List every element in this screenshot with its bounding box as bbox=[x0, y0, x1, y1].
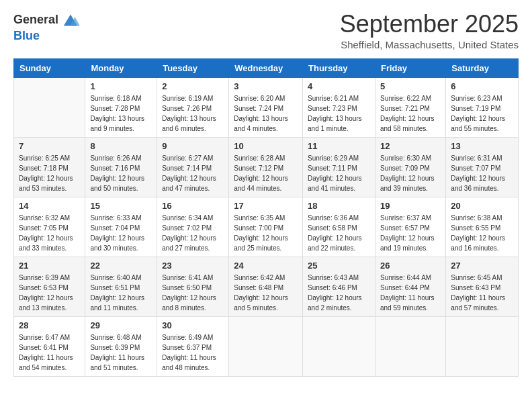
day-number: 14 bbox=[19, 201, 80, 211]
calendar-week-row: 21Sunrise: 6:39 AMSunset: 6:53 PMDayligh… bbox=[14, 257, 519, 316]
title-area: September 2025 Sheffield, Massachusetts,… bbox=[340, 11, 519, 50]
weekday-header-thursday: Thursday bbox=[303, 58, 375, 77]
day-info: Sunrise: 6:18 AMSunset: 7:28 PMDaylight:… bbox=[90, 93, 152, 134]
calendar-day-cell: 5Sunrise: 6:22 AMSunset: 7:21 PMDaylight… bbox=[375, 77, 445, 137]
day-number: 13 bbox=[451, 141, 513, 151]
calendar-day-cell: 17Sunrise: 6:35 AMSunset: 7:00 PMDayligh… bbox=[229, 197, 303, 257]
day-info: Sunrise: 6:22 AMSunset: 7:21 PMDaylight:… bbox=[380, 93, 441, 134]
calendar-day-cell: 7Sunrise: 6:25 AMSunset: 7:18 PMDaylight… bbox=[14, 137, 85, 197]
calendar-day-cell: 23Sunrise: 6:41 AMSunset: 6:50 PMDayligh… bbox=[157, 257, 229, 316]
day-number: 17 bbox=[234, 201, 298, 211]
calendar-week-row: 7Sunrise: 6:25 AMSunset: 7:18 PMDaylight… bbox=[14, 137, 519, 197]
calendar-day-cell: 3Sunrise: 6:20 AMSunset: 7:24 PMDaylight… bbox=[229, 77, 303, 137]
day-info: Sunrise: 6:38 AMSunset: 6:55 PMDaylight:… bbox=[451, 213, 513, 253]
day-number: 30 bbox=[162, 320, 224, 330]
day-info: Sunrise: 6:34 AMSunset: 7:02 PMDaylight:… bbox=[162, 213, 224, 253]
logo: General Blue bbox=[13, 11, 80, 43]
day-number: 12 bbox=[380, 141, 441, 151]
day-info: Sunrise: 6:39 AMSunset: 6:53 PMDaylight:… bbox=[19, 273, 80, 313]
day-number: 16 bbox=[162, 201, 224, 211]
weekday-header-saturday: Saturday bbox=[446, 58, 519, 77]
page-header: General Blue September 2025 Sheffield, M… bbox=[13, 11, 519, 50]
day-info: Sunrise: 6:33 AMSunset: 7:04 PMDaylight:… bbox=[90, 213, 152, 253]
day-info: Sunrise: 6:41 AMSunset: 6:50 PMDaylight:… bbox=[162, 273, 224, 313]
day-info: Sunrise: 6:40 AMSunset: 6:51 PMDaylight:… bbox=[90, 273, 152, 313]
weekday-header-tuesday: Tuesday bbox=[157, 58, 229, 77]
day-number: 29 bbox=[90, 320, 152, 330]
calendar-day-cell: 16Sunrise: 6:34 AMSunset: 7:02 PMDayligh… bbox=[157, 197, 229, 257]
day-info: Sunrise: 6:32 AMSunset: 7:05 PMDaylight:… bbox=[19, 213, 80, 253]
calendar-day-cell: 28Sunrise: 6:47 AMSunset: 6:41 PMDayligh… bbox=[14, 316, 85, 376]
day-number: 11 bbox=[308, 141, 370, 151]
day-info: Sunrise: 6:36 AMSunset: 6:58 PMDaylight:… bbox=[308, 213, 370, 253]
calendar-week-row: 28Sunrise: 6:47 AMSunset: 6:41 PMDayligh… bbox=[14, 316, 519, 376]
calendar-day-cell: 29Sunrise: 6:48 AMSunset: 6:39 PMDayligh… bbox=[85, 316, 157, 376]
calendar-day-cell: 22Sunrise: 6:40 AMSunset: 6:51 PMDayligh… bbox=[85, 257, 157, 316]
weekday-header-friday: Friday bbox=[375, 58, 445, 77]
calendar-day-cell bbox=[303, 316, 375, 376]
day-number: 26 bbox=[380, 261, 441, 271]
day-number: 6 bbox=[451, 81, 513, 91]
day-info: Sunrise: 6:45 AMSunset: 6:43 PMDaylight:… bbox=[451, 273, 513, 313]
month-title: September 2025 bbox=[340, 11, 519, 38]
day-number: 1 bbox=[90, 81, 152, 91]
calendar-day-cell: 27Sunrise: 6:45 AMSunset: 6:43 PMDayligh… bbox=[446, 257, 519, 316]
day-number: 8 bbox=[90, 141, 152, 151]
calendar-day-cell: 13Sunrise: 6:31 AMSunset: 7:07 PMDayligh… bbox=[446, 137, 519, 197]
weekday-header-wednesday: Wednesday bbox=[229, 58, 303, 77]
calendar-day-cell: 2Sunrise: 6:19 AMSunset: 7:26 PMDaylight… bbox=[157, 77, 229, 137]
day-number: 10 bbox=[234, 141, 298, 151]
day-number: 19 bbox=[380, 201, 441, 211]
day-info: Sunrise: 6:25 AMSunset: 7:18 PMDaylight:… bbox=[19, 153, 80, 193]
day-number: 22 bbox=[90, 261, 152, 271]
day-info: Sunrise: 6:35 AMSunset: 7:00 PMDaylight:… bbox=[234, 213, 298, 253]
day-number: 5 bbox=[380, 81, 441, 91]
day-info: Sunrise: 6:29 AMSunset: 7:11 PMDaylight:… bbox=[308, 153, 370, 193]
calendar-day-cell: 20Sunrise: 6:38 AMSunset: 6:55 PMDayligh… bbox=[446, 197, 519, 257]
day-number: 23 bbox=[162, 261, 224, 271]
day-number: 7 bbox=[19, 141, 80, 151]
calendar-day-cell bbox=[375, 316, 445, 376]
calendar-day-cell: 26Sunrise: 6:44 AMSunset: 6:44 PMDayligh… bbox=[375, 257, 445, 316]
calendar-day-cell: 10Sunrise: 6:28 AMSunset: 7:12 PMDayligh… bbox=[229, 137, 303, 197]
weekday-header-sunday: Sunday bbox=[14, 58, 85, 77]
day-info: Sunrise: 6:20 AMSunset: 7:24 PMDaylight:… bbox=[234, 93, 298, 134]
day-number: 18 bbox=[308, 201, 370, 211]
logo-general-text: General bbox=[13, 13, 58, 27]
calendar-day-cell: 11Sunrise: 6:29 AMSunset: 7:11 PMDayligh… bbox=[303, 137, 375, 197]
day-info: Sunrise: 6:49 AMSunset: 6:37 PMDaylight:… bbox=[162, 332, 224, 373]
day-info: Sunrise: 6:21 AMSunset: 7:23 PMDaylight:… bbox=[308, 93, 370, 134]
calendar-day-cell: 1Sunrise: 6:18 AMSunset: 7:28 PMDaylight… bbox=[85, 77, 157, 137]
day-info: Sunrise: 6:23 AMSunset: 7:19 PMDaylight:… bbox=[451, 93, 513, 134]
day-info: Sunrise: 6:19 AMSunset: 7:26 PMDaylight:… bbox=[162, 93, 224, 134]
day-info: Sunrise: 6:48 AMSunset: 6:39 PMDaylight:… bbox=[90, 332, 152, 373]
calendar-day-cell: 12Sunrise: 6:30 AMSunset: 7:09 PMDayligh… bbox=[375, 137, 445, 197]
day-number: 9 bbox=[162, 141, 224, 151]
calendar-day-cell: 14Sunrise: 6:32 AMSunset: 7:05 PMDayligh… bbox=[14, 197, 85, 257]
calendar-day-cell: 21Sunrise: 6:39 AMSunset: 6:53 PMDayligh… bbox=[14, 257, 85, 316]
calendar-day-cell bbox=[229, 316, 303, 376]
calendar-day-cell: 25Sunrise: 6:43 AMSunset: 6:46 PMDayligh… bbox=[303, 257, 375, 316]
calendar-week-row: 1Sunrise: 6:18 AMSunset: 7:28 PMDaylight… bbox=[14, 77, 519, 137]
day-number: 24 bbox=[234, 261, 298, 271]
day-info: Sunrise: 6:30 AMSunset: 7:09 PMDaylight:… bbox=[380, 153, 441, 193]
logo-icon bbox=[61, 11, 80, 30]
day-number: 20 bbox=[451, 201, 513, 211]
calendar-day-cell bbox=[446, 316, 519, 376]
day-number: 27 bbox=[451, 261, 513, 271]
logo-blue-text: Blue bbox=[13, 29, 40, 42]
calendar-day-cell: 19Sunrise: 6:37 AMSunset: 6:57 PMDayligh… bbox=[375, 197, 445, 257]
calendar-day-cell: 9Sunrise: 6:27 AMSunset: 7:14 PMDaylight… bbox=[157, 137, 229, 197]
day-info: Sunrise: 6:37 AMSunset: 6:57 PMDaylight:… bbox=[380, 213, 441, 253]
day-info: Sunrise: 6:42 AMSunset: 6:48 PMDaylight:… bbox=[234, 273, 298, 313]
day-info: Sunrise: 6:26 AMSunset: 7:16 PMDaylight:… bbox=[90, 153, 152, 193]
calendar-day-cell: 6Sunrise: 6:23 AMSunset: 7:19 PMDaylight… bbox=[446, 77, 519, 137]
weekday-header-row: SundayMondayTuesdayWednesdayThursdayFrid… bbox=[14, 58, 519, 77]
day-number: 15 bbox=[90, 201, 152, 211]
calendar-table: SundayMondayTuesdayWednesdayThursdayFrid… bbox=[13, 58, 519, 377]
day-info: Sunrise: 6:27 AMSunset: 7:14 PMDaylight:… bbox=[162, 153, 224, 193]
calendar-day-cell: 18Sunrise: 6:36 AMSunset: 6:58 PMDayligh… bbox=[303, 197, 375, 257]
calendar-week-row: 14Sunrise: 6:32 AMSunset: 7:05 PMDayligh… bbox=[14, 197, 519, 257]
calendar-day-cell: 4Sunrise: 6:21 AMSunset: 7:23 PMDaylight… bbox=[303, 77, 375, 137]
calendar-day-cell: 15Sunrise: 6:33 AMSunset: 7:04 PMDayligh… bbox=[85, 197, 157, 257]
